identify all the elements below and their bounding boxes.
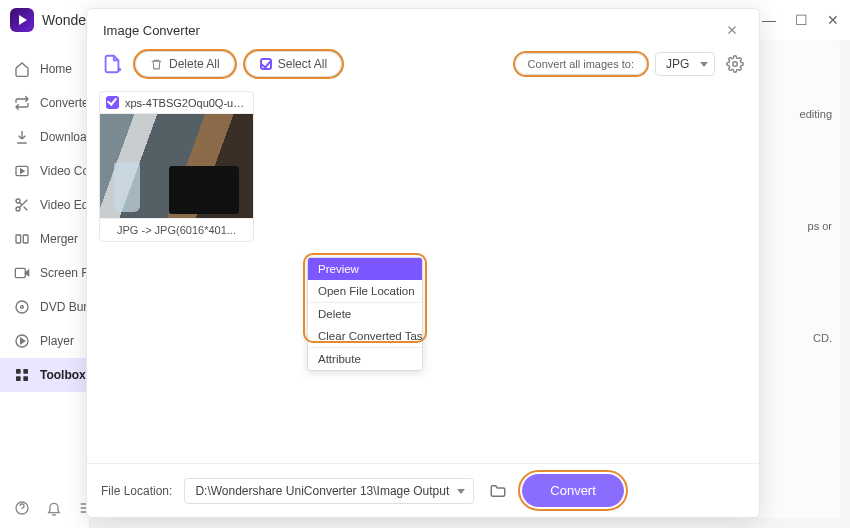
sidebar-item-label: DVD Burner bbox=[40, 300, 89, 314]
svg-rect-10 bbox=[23, 369, 28, 374]
toolbox-icon bbox=[14, 367, 30, 383]
menu-item-preview[interactable]: Preview bbox=[308, 258, 422, 280]
record-icon bbox=[14, 265, 30, 281]
menu-item-delete[interactable]: Delete bbox=[308, 302, 422, 325]
sidebar-item-video-editor[interactable]: Video Editor bbox=[0, 188, 89, 222]
convert-button[interactable]: Convert bbox=[522, 474, 624, 507]
svg-point-1 bbox=[16, 199, 20, 203]
svg-point-2 bbox=[16, 207, 20, 211]
menu-item-clear-converted[interactable]: Clear Converted Task bbox=[308, 325, 422, 347]
merger-icon bbox=[14, 231, 30, 247]
sidebar-item-merger[interactable]: Merger bbox=[0, 222, 89, 256]
sidebar-item-toolbox[interactable]: Toolbox bbox=[0, 358, 89, 392]
convert-button-highlight: Convert bbox=[522, 474, 624, 507]
home-icon bbox=[14, 61, 30, 77]
window-controls: — ☐ ✕ bbox=[762, 13, 840, 27]
bg-text: CD. bbox=[813, 332, 832, 344]
output-format-value: JPG bbox=[666, 57, 689, 71]
sidebar-item-label: Player bbox=[40, 334, 74, 348]
svg-rect-9 bbox=[16, 369, 21, 374]
app-title: Wonder bbox=[42, 12, 91, 28]
sidebar-item-label: Converter bbox=[40, 96, 89, 110]
checkbox-icon bbox=[260, 58, 272, 70]
output-path-select[interactable]: D:\Wondershare UniConverter 13\Image Out… bbox=[184, 478, 474, 504]
disc-icon bbox=[14, 299, 30, 315]
bell-icon[interactable] bbox=[46, 500, 62, 516]
select-all-button[interactable]: Select All bbox=[245, 51, 342, 77]
sidebar-item-label: Video Editor bbox=[40, 198, 89, 212]
close-button[interactable] bbox=[721, 19, 743, 41]
minimize-button[interactable]: — bbox=[762, 13, 776, 27]
sidebar-item-downloader[interactable]: Downloader bbox=[0, 120, 89, 154]
scissors-icon bbox=[14, 197, 30, 213]
card-header: xps-4TBSG2Oqu0Q-unspl... bbox=[100, 92, 253, 114]
sidebar-item-video-compressor[interactable]: Video Compressor bbox=[0, 154, 89, 188]
image-converter-modal: Image Converter Delete All Select All Co… bbox=[86, 8, 760, 518]
svg-rect-11 bbox=[16, 376, 21, 381]
card-checkbox[interactable] bbox=[106, 96, 119, 109]
svg-rect-5 bbox=[15, 268, 25, 277]
sidebar-item-label: Home bbox=[40, 62, 72, 76]
compress-icon bbox=[14, 163, 30, 179]
sidebar-item-label: Merger bbox=[40, 232, 78, 246]
delete-all-button[interactable]: Delete All bbox=[135, 51, 235, 77]
sidebar-item-label: Screen Recorder bbox=[40, 266, 89, 280]
card-thumbnail[interactable] bbox=[100, 114, 253, 218]
svg-point-14 bbox=[733, 62, 738, 67]
sidebar-footer bbox=[0, 494, 89, 522]
svg-point-7 bbox=[21, 306, 24, 309]
maximize-button[interactable]: ☐ bbox=[794, 13, 808, 27]
settings-button[interactable] bbox=[723, 52, 747, 76]
svg-point-6 bbox=[16, 301, 28, 313]
card-filename: xps-4TBSG2Oqu0Q-unspl... bbox=[125, 97, 247, 109]
menu-item-attribute[interactable]: Attribute bbox=[308, 347, 422, 370]
svg-rect-3 bbox=[16, 235, 21, 243]
play-icon bbox=[14, 333, 30, 349]
modal-toolbar: Delete All Select All Convert all images… bbox=[87, 47, 759, 87]
app-logo-icon bbox=[10, 8, 34, 32]
svg-rect-4 bbox=[23, 235, 28, 243]
delete-all-label: Delete All bbox=[169, 57, 220, 71]
sidebar-item-label: Downloader bbox=[40, 130, 89, 144]
svg-rect-12 bbox=[23, 376, 28, 381]
sidebar-item-dvd-burner[interactable]: DVD Burner bbox=[0, 290, 89, 324]
sidebar: Home Converter Downloader Video Compress… bbox=[0, 40, 90, 528]
close-window-button[interactable]: ✕ bbox=[826, 13, 840, 27]
sidebar-item-player[interactable]: Player bbox=[0, 324, 89, 358]
add-file-button[interactable] bbox=[99, 51, 125, 77]
convert-all-label: Convert all images to: bbox=[515, 53, 647, 75]
file-location-label: File Location: bbox=[101, 484, 172, 498]
modal-footer: File Location: D:\Wondershare UniConvert… bbox=[87, 463, 759, 517]
context-menu: Preview Open File Location Delete Clear … bbox=[307, 257, 423, 371]
modal-header: Image Converter bbox=[87, 9, 759, 47]
help-icon[interactable] bbox=[14, 500, 30, 516]
output-format-select[interactable]: JPG bbox=[655, 52, 715, 76]
bg-text: ps or bbox=[808, 220, 832, 232]
card-info: JPG -> JPG(6016*401... bbox=[100, 218, 253, 241]
open-folder-button[interactable] bbox=[486, 479, 510, 503]
convert-icon bbox=[14, 95, 30, 111]
sidebar-item-screen-recorder[interactable]: Screen Recorder bbox=[0, 256, 89, 290]
output-format-group: Convert all images to: JPG bbox=[515, 52, 747, 76]
sidebar-item-label: Toolbox bbox=[40, 368, 86, 382]
output-path-value: D:\Wondershare UniConverter 13\Image Out… bbox=[195, 484, 449, 498]
modal-content: xps-4TBSG2Oqu0Q-unspl... JPG -> JPG(6016… bbox=[87, 87, 759, 463]
sidebar-item-converter[interactable]: Converter bbox=[0, 86, 89, 120]
modal-title: Image Converter bbox=[103, 23, 200, 38]
menu-item-open-file-location[interactable]: Open File Location bbox=[308, 280, 422, 302]
sidebar-item-home[interactable]: Home bbox=[0, 52, 89, 86]
bg-text: editing bbox=[800, 108, 832, 120]
image-card[interactable]: xps-4TBSG2Oqu0Q-unspl... JPG -> JPG(6016… bbox=[99, 91, 254, 242]
download-icon bbox=[14, 129, 30, 145]
sidebar-item-label: Video Compressor bbox=[40, 164, 89, 178]
select-all-label: Select All bbox=[278, 57, 327, 71]
